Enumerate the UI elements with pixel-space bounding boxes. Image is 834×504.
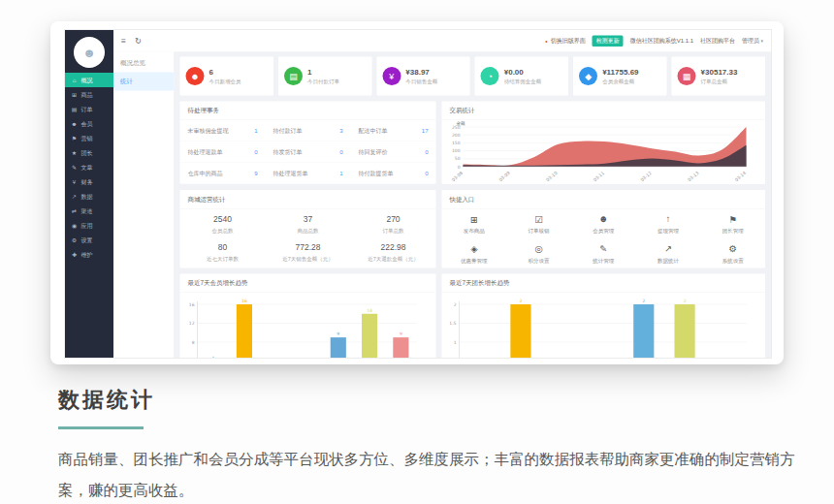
platform-name-link[interactable]: 社区团购平台 <box>700 37 735 46</box>
quick-entry-label: 提现管理 <box>637 227 700 235</box>
mall-stat-label: 订单总数 <box>353 227 434 235</box>
pending-count-link[interactable]: 0 <box>425 170 428 176</box>
sidebar-item-channels[interactable]: ⇄渠道 <box>65 204 113 218</box>
stat-card-text: 1今日付款订单 <box>307 68 339 85</box>
update-badge[interactable]: 检测更新 <box>593 35 624 47</box>
sidebar-item-label: 概况 <box>81 76 93 84</box>
pending-cell: 配送中订单17 <box>351 120 436 142</box>
stat-card-5[interactable]: ▦¥30517.33订单总金额 <box>672 57 765 96</box>
mall-stat-cell: 37商品总数 <box>266 209 351 237</box>
quick-entry-panel: 快捷入口 ⊞发布商品☑订单核销☻会员管理↑提现管理⚑团长管理◈优惠券管理◎积分设… <box>442 190 766 268</box>
stat-card-label: 今日付款订单 <box>307 78 339 85</box>
sidebar-item-marketing[interactable]: ⚑营销 <box>65 131 113 145</box>
stat-card-label: 会员余额金额 <box>602 78 638 85</box>
sidebar-item-articles[interactable]: ✎文章 <box>65 160 113 174</box>
stat-card-4[interactable]: ◆¥11755.69会员余额金额 <box>573 57 666 96</box>
sidebar-item-label: 团长 <box>81 148 93 157</box>
overview-icon: ⌂ <box>71 77 78 83</box>
points-setting-icon: ◎ <box>507 243 570 255</box>
pending-count-link[interactable]: 9 <box>254 170 257 176</box>
quick-entry-label: 发布商品 <box>443 228 506 236</box>
svg-text:03-11: 03-11 <box>593 171 605 181</box>
quick-entry-data-stats[interactable]: ↗数据统计 <box>636 238 701 268</box>
svg-text:100: 100 <box>452 148 461 153</box>
quick-entry-label: 积分设置 <box>507 257 570 265</box>
mall-stat-cell: 222.98近7天退款金额（元） <box>351 237 436 266</box>
quick-entry-system-setting[interactable]: ⚙系统设置 <box>700 238 765 268</box>
sidebar-item-maintain[interactable]: ✚维护 <box>65 247 113 262</box>
pending-count-link[interactable]: 1 <box>254 127 257 134</box>
pending-label: 待付款订单 <box>273 127 303 136</box>
stat-card-0[interactable]: ☻6今日新增会员 <box>180 57 273 96</box>
sidebar-item-data[interactable]: ↗数据 <box>65 189 113 204</box>
sidebar-item-finance[interactable]: ¥财务 <box>65 174 113 189</box>
pending-count-link[interactable]: 1 <box>339 170 342 176</box>
mall-stat-label: 商品总数 <box>268 227 349 235</box>
quick-entry-member-manage[interactable]: ☻会员管理 <box>571 209 636 239</box>
quick-entry-leader-manage[interactable]: ⚑团长管理 <box>700 209 765 239</box>
quick-entry-publish-goods[interactable]: ⊞发布商品 <box>442 209 507 239</box>
svg-text:12: 12 <box>189 321 195 326</box>
refresh-icon[interactable]: ↻ <box>135 36 142 47</box>
sidebar-item-orders[interactable]: ▤订单 <box>65 102 113 116</box>
svg-text:2: 2 <box>519 299 522 303</box>
pending-cell: 待处理退货单1 <box>266 163 351 184</box>
mall-stat-label: 近七天订单数 <box>182 255 264 263</box>
svg-text:03-13: 03-13 <box>687 171 699 181</box>
pending-cell: 未审核佣金提现1 <box>180 120 266 142</box>
stat-card-text: ¥38.97今日销售金额 <box>405 68 437 85</box>
quick-entry-order-verify[interactable]: ☑订单核销 <box>506 209 571 239</box>
pending-count-link[interactable]: 3 <box>339 127 342 134</box>
pending-count-link[interactable]: 0 <box>254 148 257 155</box>
sidebar-item-members[interactable]: ☻会员 <box>65 116 113 131</box>
stat-card-2[interactable]: ¥¥38.97今日销售金额 <box>376 57 469 96</box>
user-menu[interactable]: 管理员▾ <box>742 37 763 46</box>
sidebar-item-leaders[interactable]: ★团长 <box>65 145 113 160</box>
stat-card-1[interactable]: ▤1今日付款订单 <box>278 57 371 96</box>
svg-text:16: 16 <box>241 299 247 303</box>
mall-stats-title: 商城运营统计 <box>180 190 436 209</box>
sidebar-item-label: 订单 <box>81 105 93 113</box>
sidebar-item-overview[interactable]: ⌂概况 <box>65 73 113 87</box>
quick-entry-points-setting[interactable]: ◎积分设置 <box>506 238 571 268</box>
mall-stat-value: 37 <box>268 214 349 224</box>
quick-entry-stats-manage[interactable]: ✎统计管理 <box>571 238 636 268</box>
sidebar-item-settings[interactable]: ⚙设置 <box>65 233 113 247</box>
sidebar-item-label: 渠道 <box>81 206 93 215</box>
sidebar-item-label: 维护 <box>81 250 93 259</box>
data-icon: ↗ <box>71 193 78 200</box>
sidebar-item-apps[interactable]: ◉应用 <box>65 218 113 233</box>
main-sidebar-menu: ⌂概况⊞商品▤订单☻会员⚑营销★团长✎文章¥财务↗数据⇄渠道◉应用⚙设置✚维护 <box>65 73 113 262</box>
stat-card-label: 待结算佣金金额 <box>504 78 542 85</box>
legacy-version-link[interactable]: 切换旧版界面 <box>551 37 586 46</box>
pending-row: 未审核佣金提现1待付款订单3配送中订单17 <box>180 120 436 142</box>
collapse-menu-icon[interactable]: ≡ <box>121 36 126 46</box>
mall-stat-value: 270 <box>353 214 434 224</box>
pending-count-link[interactable]: 17 <box>422 127 429 134</box>
pending-cell: 待发货订单0 <box>266 142 351 163</box>
svg-text:0: 0 <box>458 165 461 170</box>
title-underline <box>58 426 144 429</box>
articles-icon: ✎ <box>71 164 78 171</box>
mall-stat-value: 222.98 <box>353 242 434 252</box>
pending-tasks-title: 待处理事务 <box>180 102 436 121</box>
leaders-icon: ★ <box>71 149 78 156</box>
mall-stat-cell: 772.28近7天销售金额（元） <box>266 237 351 266</box>
quick-entry-withdraw-manage[interactable]: ↑提现管理 <box>636 209 701 239</box>
svg-text:03-10: 03-10 <box>545 171 558 181</box>
pending-label: 配送中订单 <box>359 127 388 136</box>
svg-text:4: 4 <box>211 356 214 359</box>
logo-avatar[interactable]: ☻ <box>74 37 105 68</box>
stat-card-3[interactable]: ◔¥0.00待结算佣金金额 <box>475 57 568 96</box>
sidebar-item-goods[interactable]: ⊞商品 <box>65 87 113 102</box>
quick-entry-coupon-manage[interactable]: ◈优惠券管理 <box>442 238 507 268</box>
topbar: ≡ ↻ • 切换旧版界面 检测更新 微信社区团购系统V1.1.1 社区团购平台 … <box>113 30 771 52</box>
coupon-manage-icon: ◈ <box>443 243 506 255</box>
sub-sidebar-item-stats[interactable]: 统计 <box>113 73 174 91</box>
stat-cards-row: ☻6今日新增会员▤1今日付款订单¥¥38.97今日销售金额◔¥0.00待结算佣金… <box>180 57 766 96</box>
mall-stat-label: 会员总数 <box>182 227 264 235</box>
pending-count-link[interactable]: 0 <box>339 148 342 155</box>
settings-icon: ⚙ <box>71 236 78 243</box>
order-total-icon: ▦ <box>678 67 696 85</box>
pending-count-link[interactable]: 0 <box>425 148 428 155</box>
